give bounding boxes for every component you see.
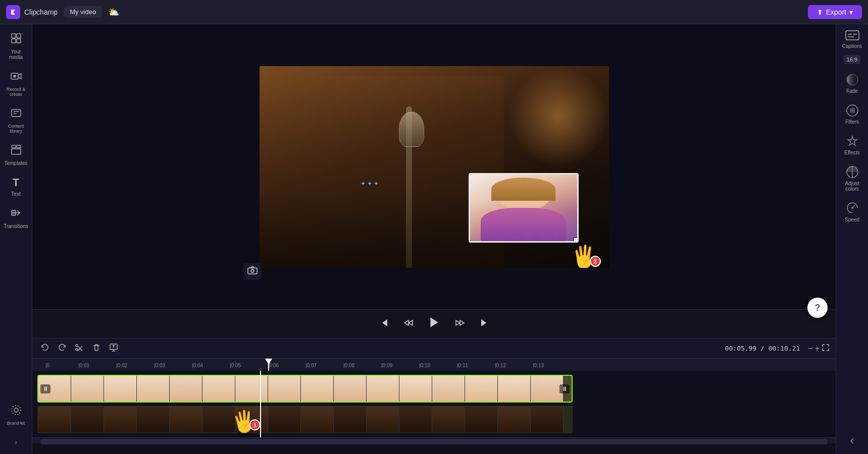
redo-button[interactable]	[56, 341, 69, 356]
sidebar-item-label: Your media	[4, 49, 28, 60]
rewind-button[interactable]	[401, 316, 416, 332]
preview-video[interactable]: ✦ ✦ ✦	[260, 66, 609, 268]
pip-overlay[interactable]: •••	[469, 173, 579, 243]
right-tool-filters[interactable]: Filters	[838, 101, 866, 128]
track-clip-1[interactable]: ⏸	[37, 375, 573, 403]
sidebar-item-record-create[interactable]: Record & create	[2, 66, 30, 101]
pip-resize-handle[interactable]	[573, 237, 579, 243]
svg-rect-11	[12, 210, 16, 215]
export-button[interactable]: ⬆ Export ▾	[808, 5, 862, 19]
upload-icon: ⬆	[817, 8, 823, 16]
sidebar-item-label: Transitions	[4, 223, 28, 229]
fade-icon	[846, 73, 859, 86]
pip-handle-tl[interactable]	[469, 173, 473, 178]
zoom-out-button[interactable]: −	[808, 344, 812, 354]
svg-point-6	[14, 75, 16, 77]
svg-rect-8	[12, 145, 16, 148]
sidebar-item-text[interactable]: T Text	[2, 172, 30, 201]
timeline-content: |0 |0:01 |0:02 |0:03 |0:04 |0:05 |0:06 |…	[32, 359, 836, 454]
video-name[interactable]: My video	[64, 6, 102, 18]
play-button[interactable]	[426, 314, 443, 334]
sidebar-item-label: Record & create	[4, 87, 28, 97]
zoom-controls: − +	[808, 344, 830, 354]
filters-icon	[846, 104, 859, 117]
sidebar-item-transitions[interactable]: Transitions	[2, 203, 30, 233]
undo-button[interactable]	[38, 341, 52, 356]
right-collapse-btn[interactable]	[847, 436, 857, 448]
svg-rect-16	[248, 268, 257, 274]
captions-label: Captions	[842, 43, 862, 49]
svg-rect-1	[12, 34, 16, 38]
track-2	[37, 406, 836, 433]
delete-button[interactable]	[90, 341, 103, 356]
topbar: Clipchamp My video ⛅ ⬆ Export ▾	[0, 0, 868, 24]
right-tool-speed[interactable]: Speed	[838, 199, 866, 225]
pip-toolbar: •••	[492, 173, 554, 174]
cut-button[interactable]	[73, 341, 86, 356]
right-tool-label-speed: Speed	[845, 217, 859, 222]
transitions-icon	[10, 207, 22, 221]
time-display: 00:05.99 / 00:10.21	[725, 345, 800, 352]
right-tool-adjust-colors[interactable]: Adjust colors	[838, 162, 866, 195]
speed-icon	[846, 202, 859, 215]
svg-point-12	[14, 408, 18, 412]
track-1: ⏸	[37, 375, 836, 403]
timeline-ruler[interactable]: |0 |0:01 |0:02 |0:03 |0:04 |0:05 |0:06 |…	[32, 359, 836, 371]
svg-point-18	[76, 345, 78, 347]
sidebar-item-label: Brand kit	[7, 421, 25, 426]
zoom-in-button[interactable]: +	[815, 344, 820, 354]
pip-handle-tr[interactable]	[574, 173, 579, 178]
add-media-button[interactable]	[107, 341, 120, 356]
pip-handle-bl[interactable]	[469, 238, 473, 243]
screenshot-button[interactable]	[243, 263, 262, 280]
sidebar-item-label: Content library	[4, 124, 28, 134]
content-library-icon	[10, 107, 22, 122]
preview-area: ✦ ✦ ✦	[32, 24, 836, 309]
sidebar-collapse-btn[interactable]: ›	[2, 434, 30, 450]
right-tool-label-filters: Filters	[845, 119, 859, 125]
right-tool-fade[interactable]: Fade	[838, 70, 866, 97]
sidebar-item-content-library[interactable]: Content library	[2, 103, 30, 138]
sidebar-item-label: Templates	[5, 160, 28, 166]
cloud-sync-icon: ⛅	[108, 7, 119, 18]
track-pause-btn-1[interactable]: ⏸	[40, 384, 50, 393]
text-icon: T	[13, 176, 19, 189]
forward-button[interactable]	[453, 316, 467, 332]
pip-content	[470, 175, 577, 241]
help-button[interactable]: ?	[807, 298, 828, 318]
track-clip-2[interactable]	[37, 406, 573, 433]
svg-rect-7	[12, 109, 21, 117]
zoom-fit-button[interactable]	[822, 344, 830, 354]
right-tool-label-adjust: Adjust colors	[840, 181, 864, 192]
timeline-scrollbar[interactable]	[32, 437, 836, 443]
sparkle-decoration: ✦ ✦ ✦	[361, 180, 379, 187]
aspect-ratio-badge[interactable]: 16:9	[844, 55, 860, 64]
sidebar-item-your-media[interactable]: Your media	[2, 28, 30, 64]
chevron-right-icon: ›	[15, 438, 17, 446]
skip-forward-button[interactable]	[477, 316, 491, 332]
timeline: 00:05.99 / 00:10.21 − +	[32, 338, 836, 454]
timeline-tracks: ⏸	[32, 371, 836, 437]
playhead-ruler-line	[268, 359, 269, 371]
player-controls	[32, 309, 836, 338]
skip-back-button[interactable]	[377, 316, 391, 332]
sidebar-right: Captions 16:9 Fade Filters Effects	[836, 24, 868, 454]
main-layout: Your media Record & create Content libra…	[0, 24, 868, 454]
your-media-icon	[10, 32, 22, 47]
svg-rect-3	[12, 39, 16, 43]
svg-point-17	[251, 269, 254, 272]
track-pause-btn-1-end[interactable]: ⏸	[559, 384, 570, 393]
sidebar-item-templates[interactable]: Templates	[2, 140, 30, 170]
sidebar-item-brand-kit[interactable]: Brand kit	[2, 400, 30, 430]
captions-button[interactable]: Captions	[842, 30, 862, 49]
chevron-down-icon: ▾	[849, 8, 853, 16]
sidebar-item-label: Text	[11, 191, 20, 197]
current-time: 00:05.99	[725, 345, 757, 352]
app-logo[interactable]: Clipchamp	[6, 5, 58, 19]
warm-light-effect	[508, 66, 609, 167]
right-tool-label-fade: Fade	[846, 88, 858, 94]
scrollbar-thumb[interactable]	[40, 439, 828, 444]
right-tool-effects[interactable]: Effects	[838, 132, 866, 158]
total-time: 00:10.21	[769, 345, 800, 352]
record-create-icon	[10, 70, 22, 85]
